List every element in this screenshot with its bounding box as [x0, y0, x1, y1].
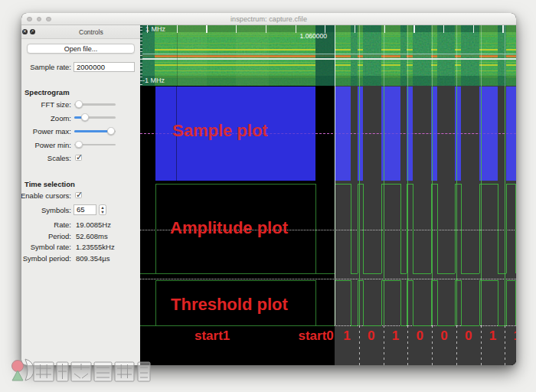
svg-text:1.060000: 1.060000	[300, 32, 328, 40]
svg-text:1 MHz: 1 MHz	[145, 25, 166, 33]
svg-text:-1 MHz: -1 MHz	[142, 77, 165, 84]
